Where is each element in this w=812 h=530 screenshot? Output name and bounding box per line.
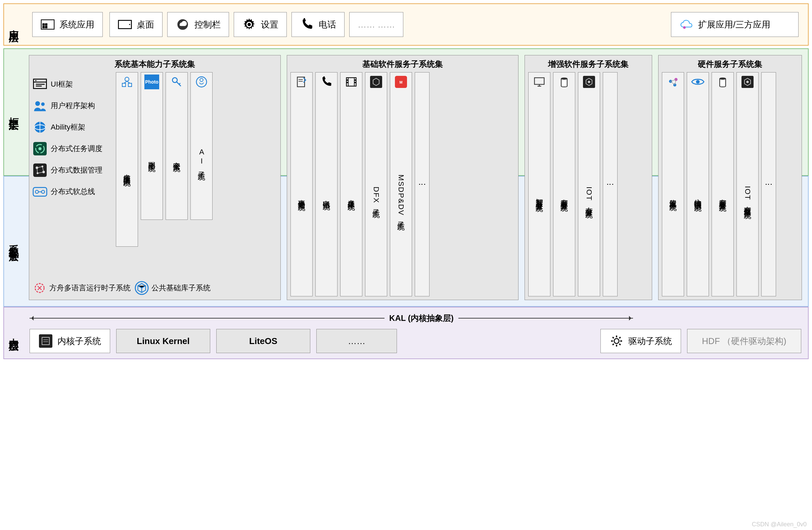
svg-line-37 xyxy=(179,83,180,85)
svg-line-36 xyxy=(177,82,181,86)
system-apps-label: 系统应用 xyxy=(59,19,95,31)
col-ai-label: AI子系统 xyxy=(197,91,206,218)
enhanced-software-group: 增强软件服务子系统集 智慧屏专有业务子系统 穿戴专有业务子系统 IOT专有业务子… xyxy=(524,55,652,300)
settings-label: 设置 xyxy=(261,19,278,31)
ui-framework-label: UI框架 xyxy=(51,79,73,89)
control-bar-label: 控制栏 xyxy=(194,19,221,31)
extended-apps-label: 扩展应用/三方应用 xyxy=(698,19,770,31)
common-lib-label: 公共基础库子系统 xyxy=(151,283,211,293)
svg-point-39 xyxy=(200,78,203,82)
col-iot-biz-label: IOT专有业务子系统 xyxy=(584,91,594,294)
cube-dark-icon xyxy=(369,74,383,89)
kal-line-right xyxy=(459,318,633,319)
liteos-box: LiteOS xyxy=(216,329,310,353)
kal-line-left xyxy=(30,318,385,319)
col-telephony: 电话子系统 xyxy=(315,72,337,296)
kernel-more-box: …… xyxy=(316,329,397,353)
control-bar-item: 控制栏 xyxy=(167,12,229,37)
svg-rect-2 xyxy=(45,24,47,26)
col-smartscreen: 智慧屏专有业务子系统 xyxy=(528,72,550,296)
svg-point-27 xyxy=(35,190,38,193)
svg-rect-48 xyxy=(347,79,348,81)
svg-rect-31 xyxy=(122,83,126,87)
bus-icon xyxy=(32,184,47,199)
svg-text:M: M xyxy=(400,80,403,84)
dist-bus-label: 分布式软总线 xyxy=(51,187,95,197)
settings-item: 设置 xyxy=(234,12,287,37)
key-icon xyxy=(169,74,184,89)
svg-point-64 xyxy=(696,80,700,84)
col-graphics-label: 图形子系统 xyxy=(147,91,157,218)
ellipsis-label-3: ⋮ xyxy=(764,180,773,188)
col-iot-hw-label: IOT专有硬件服务子系统 xyxy=(742,91,753,294)
pin-icon xyxy=(666,74,680,89)
col-biometric: 生物特征识别子系统 xyxy=(687,72,709,296)
kernel-sub-label: 内核子系统 xyxy=(57,335,101,347)
kal-row: KAL (内核抽象层) xyxy=(30,313,801,324)
basic-software-group: 基础软件服务子系统集 事件通知子系统 电话子系统 多媒体子系统 DFX子系统 M… xyxy=(287,55,519,300)
middle-layers: 框架层 系统服务层 系统基本能力子系统集 UI框架 用户程序架构 Ability… xyxy=(3,48,809,307)
col-wearable-hw-label: 穿戴专有业务子系统 xyxy=(717,91,728,294)
svg-line-78 xyxy=(612,344,614,345)
liteos-label: LiteOS xyxy=(249,336,277,347)
col-wearable-biz: 穿戴专有业务子系统 xyxy=(553,72,575,296)
col-security-label: 安全子系统 xyxy=(172,91,182,218)
svg-point-70 xyxy=(614,339,619,344)
ellipsis-label: ⋮ xyxy=(418,180,426,188)
kernel-more-label: …… xyxy=(348,336,365,347)
col-iot-hw: IOT专有硬件服务子系统 xyxy=(737,72,758,296)
ability-label: Ability框架 xyxy=(51,122,85,132)
mesh-icon xyxy=(32,163,47,178)
col-location: 位置服务子系统 xyxy=(662,72,684,296)
col-ai: AI子系统 xyxy=(190,72,213,220)
users-icon xyxy=(32,98,47,113)
dist-sched-label: 分布式任务调度 xyxy=(51,144,102,154)
service-layer-label: 系统服务层 xyxy=(4,177,23,306)
more-apps-item: …… …… xyxy=(349,12,403,37)
cloud-ext-icon xyxy=(679,17,694,32)
framework-stack: UI框架 用户程序架构 Ability框架 分布式任务调度 分布式数据管理 分布… xyxy=(32,72,113,296)
hardware-service-title: 硬件服务子系统集 xyxy=(662,57,798,72)
phone-label: 电话 xyxy=(319,19,336,31)
svg-rect-3 xyxy=(42,26,45,28)
hex-dark-icon-2 xyxy=(740,74,755,89)
gear-icon-2 xyxy=(609,334,624,348)
svg-rect-13 xyxy=(36,86,42,87)
kernel-sub-box: 内核子系统 xyxy=(30,329,110,353)
ark-item: 方舟多语言运行时子系统 xyxy=(32,281,131,295)
svg-rect-21 xyxy=(33,163,47,177)
col-multimedia: 多媒体子系统 xyxy=(340,72,362,296)
dist-bus-item: 分布式软总线 xyxy=(32,184,111,199)
svg-point-60 xyxy=(588,80,590,83)
chip-icon xyxy=(39,334,53,348)
col-biometric-label: 生物特征识别子系统 xyxy=(693,91,703,294)
svg-point-58 xyxy=(561,78,567,79)
svg-point-65 xyxy=(720,78,726,79)
tablet-icon xyxy=(118,17,132,32)
window-icon xyxy=(32,77,47,92)
svg-line-76 xyxy=(619,344,621,345)
svg-rect-50 xyxy=(354,79,356,81)
linux-label: Linux Kernel xyxy=(137,336,189,347)
svg-point-30 xyxy=(125,77,129,81)
basic-capability-group: 系统基本能力子系统集 UI框架 用户程序架构 Ability框架 分布式任务调度… xyxy=(29,55,281,300)
kernel-layer: 内核层 KAL (内核抽象层) 内核子系统 Linux Kernel LiteO… xyxy=(3,307,809,359)
svg-rect-12 xyxy=(36,84,45,85)
user-program-item: 用户程序架构 xyxy=(32,98,111,113)
eye-icon xyxy=(691,74,705,89)
desktop-label: 桌面 xyxy=(137,19,154,31)
dist-data-label: 分布式数据管理 xyxy=(51,165,102,175)
dist-sched-item: 分布式任务调度 xyxy=(32,141,111,156)
svg-rect-1 xyxy=(42,24,45,26)
phone-icon xyxy=(300,17,314,32)
film-icon xyxy=(344,74,359,89)
more-apps-label: …… …… xyxy=(358,19,395,30)
hardware-service-group: 硬件服务子系统集 位置服务子系统 生物特征识别子系统 穿戴专有业务子系统 IOT… xyxy=(658,55,802,300)
svg-line-77 xyxy=(619,337,621,338)
col-multimedia-label: 多媒体子系统 xyxy=(346,91,356,294)
basic-capability-title: 系统基本能力子系统集 xyxy=(32,57,277,72)
hex-dark-icon xyxy=(582,74,596,89)
col-multimodal-label: 多模型输入子系统 xyxy=(122,91,132,244)
common-lib-item: 公共基础库子系统 xyxy=(135,281,211,295)
col-security: 安全子系统 xyxy=(165,72,188,220)
